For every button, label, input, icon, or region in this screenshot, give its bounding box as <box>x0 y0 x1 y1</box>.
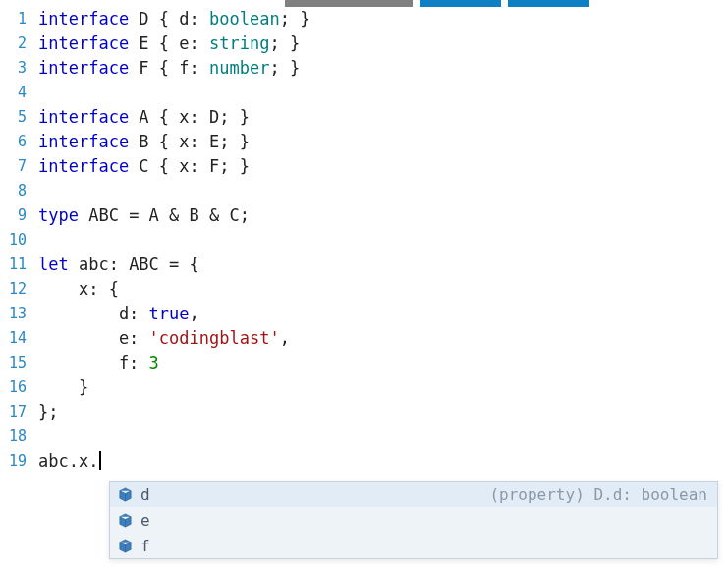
code-token: ; } <box>280 9 310 29</box>
line-number: 2 <box>0 31 27 56</box>
code-line[interactable]: }; <box>38 400 728 425</box>
code-token: abc: ABC = { <box>79 255 199 274</box>
autocomplete-popup[interactable]: d(property) D.d: booleanef <box>109 481 718 559</box>
autocomplete-item-detail: (property) D.d: boolean <box>489 486 707 504</box>
code-token: d: <box>38 304 149 323</box>
line-number: 7 <box>0 154 27 179</box>
code-token: number <box>209 58 269 78</box>
code-token: A { x: D; } <box>139 107 250 127</box>
tab-inactive[interactable] <box>285 0 413 7</box>
line-number: 8 <box>0 179 27 203</box>
code-token: B { x: E; } <box>139 132 250 151</box>
code-token: true <box>149 304 190 323</box>
code-token: 'codingblast' <box>149 328 280 348</box>
code-line[interactable]: d: true, <box>38 302 728 326</box>
line-number: 14 <box>0 326 27 351</box>
code-line[interactable]: } <box>38 375 728 400</box>
code-token: } <box>38 377 88 397</box>
line-number: 10 <box>0 228 27 253</box>
line-number: 17 <box>0 400 27 425</box>
code-token: interface <box>38 58 139 78</box>
line-number: 9 <box>0 203 27 228</box>
tab-active-1[interactable] <box>420 0 501 7</box>
code-token: type <box>38 205 88 225</box>
line-number: 3 <box>0 56 27 81</box>
line-number: 13 <box>0 302 27 326</box>
code-token: }; <box>38 402 58 422</box>
code-token: D { d: <box>139 9 209 29</box>
code-editor[interactable]: 12345678910111213141516171819 interface … <box>0 7 728 474</box>
autocomplete-item-label: d <box>140 486 150 504</box>
code-line[interactable]: abc.x. <box>38 449 728 474</box>
autocomplete-item-label: e <box>140 511 150 530</box>
code-token: interface <box>38 9 139 29</box>
code-line[interactable]: type ABC = A & B & C; <box>38 203 728 228</box>
autocomplete-item[interactable]: d(property) D.d: boolean <box>110 482 717 507</box>
code-token: abc.x. <box>38 451 98 471</box>
line-number: 12 <box>0 277 27 302</box>
line-number: 1 <box>0 7 27 31</box>
line-number: 4 <box>0 81 27 105</box>
code-line[interactable] <box>38 425 728 449</box>
line-number: 11 <box>0 253 27 277</box>
code-token: C { x: F; } <box>139 156 250 176</box>
line-number: 6 <box>0 130 27 154</box>
code-token: ABC = A & B & C; <box>88 205 250 225</box>
code-token: ; } <box>269 58 300 78</box>
property-icon <box>118 539 133 553</box>
tabs-bar <box>0 0 728 7</box>
code-line[interactable]: interface D { d: boolean; } <box>38 7 728 31</box>
code-token: interface <box>38 33 139 53</box>
property-icon <box>118 513 133 528</box>
code-line[interactable]: e: 'codingblast', <box>38 326 728 351</box>
code-token: 3 <box>149 353 159 372</box>
code-line[interactable]: let abc: ABC = { <box>38 253 728 277</box>
code-token: let <box>38 255 79 274</box>
code-token: , <box>190 304 199 323</box>
code-line[interactable]: interface E { e: string; } <box>38 31 728 56</box>
code-token: boolean <box>209 9 280 29</box>
autocomplete-item-label: f <box>140 537 150 555</box>
line-number: 19 <box>0 449 27 474</box>
line-number: 15 <box>0 351 27 375</box>
code-token: string <box>209 33 269 53</box>
code-token: F { f: <box>139 58 209 78</box>
code-token: interface <box>38 132 139 151</box>
property-icon <box>118 487 133 502</box>
code-line[interactable]: interface A { x: D; } <box>38 105 728 130</box>
code-token: interface <box>38 107 139 127</box>
line-number: 18 <box>0 425 27 449</box>
code-token: e: <box>38 328 149 348</box>
code-line[interactable]: f: 3 <box>38 351 728 375</box>
code-line[interactable] <box>38 228 728 253</box>
code-area[interactable]: interface D { d: boolean; }interface E {… <box>34 7 728 474</box>
code-line[interactable]: interface C { x: F; } <box>38 154 728 179</box>
code-token: interface <box>38 156 139 176</box>
tab-active-2[interactable] <box>508 0 589 7</box>
code-token: E { e: <box>139 33 209 53</box>
line-number-gutter: 12345678910111213141516171819 <box>0 7 34 474</box>
code-token: x: { <box>38 279 119 299</box>
text-cursor <box>99 451 101 470</box>
code-line[interactable]: interface B { x: E; } <box>38 130 728 154</box>
line-number: 5 <box>0 105 27 130</box>
code-token: f: <box>38 353 149 372</box>
code-line[interactable]: interface F { f: number; } <box>38 56 728 81</box>
code-token: , <box>280 328 290 348</box>
code-line[interactable] <box>38 179 728 203</box>
code-line[interactable] <box>38 81 728 105</box>
code-line[interactable]: x: { <box>38 277 728 302</box>
line-number: 16 <box>0 375 27 400</box>
code-token: ; } <box>269 33 300 53</box>
autocomplete-item[interactable]: e <box>110 507 717 533</box>
autocomplete-item[interactable]: f <box>110 533 717 558</box>
